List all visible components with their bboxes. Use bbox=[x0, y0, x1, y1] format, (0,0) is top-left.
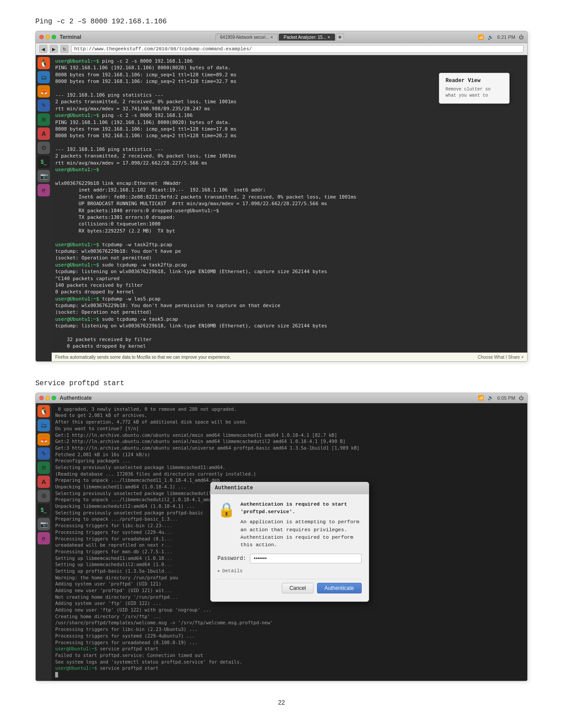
close-dot[interactable] bbox=[39, 35, 44, 39]
ubuntu-desktop-2: 🐧 🗂 🦊 ✎ ⊞ A ⚙ $_ 📷 e 0 upgraded, 3 newly… bbox=[36, 403, 527, 681]
sidebar-terminal-icon[interactable]: $_ bbox=[38, 156, 50, 168]
reader-view-text: Remove clutter so what you want to bbox=[446, 86, 503, 99]
unity-sidebar: 🐧 🗂 🦊 ✎ ⊞ A ⚙ $_ 📷 e bbox=[36, 55, 52, 361]
sidebar-a-icon-2[interactable]: A bbox=[38, 476, 50, 488]
maximize-dot-2[interactable] bbox=[52, 396, 56, 400]
auth-body-text: An application is attempting to perform … bbox=[241, 518, 362, 548]
terminal-label: Terminal bbox=[60, 34, 81, 40]
auth-dialog-text: Authentication is required to start 'pro… bbox=[241, 500, 362, 549]
sidebar-files-icon-2[interactable]: 🗂 bbox=[38, 419, 50, 432]
tab-network[interactable]: 641959-Network securi... × bbox=[215, 34, 278, 41]
time-display-2: 6:05 PM bbox=[497, 395, 515, 401]
volume-icon-2: 🔊 bbox=[487, 395, 494, 401]
minimize-dot[interactable] bbox=[45, 35, 50, 39]
ubuntu-desktop: 🐧 🗂 🦊 ✎ ⊞ A ⚙ $_ 📷 e user@Ubuntu1:~$ pin… bbox=[36, 55, 527, 361]
password-input[interactable] bbox=[250, 554, 362, 563]
sidebar-browser-icon-2[interactable]: 🦊 bbox=[38, 433, 50, 446]
page-number: 22 bbox=[35, 699, 528, 706]
address-bar[interactable]: http://www.thegeekstuff.com/2010/08/tcpd… bbox=[71, 45, 524, 53]
auth-dialog-body: 🔒 Authentication is required to start 'p… bbox=[211, 494, 369, 602]
terminal-window-2: Authenticate 📶 🔊 6:05 PM ⏻ 🐧 🗂 🦊 ✎ ⊞ bbox=[35, 393, 528, 681]
details-label: Details bbox=[222, 568, 242, 574]
sidebar-gear-icon[interactable]: ⚙ bbox=[38, 142, 50, 154]
page-content: Ping –c 2 –S 8000 192.168.1.106 Terminal… bbox=[0, 0, 563, 728]
reload-button[interactable]: ↻ bbox=[60, 45, 68, 53]
notification-text: Firefox automatically sends some data to… bbox=[55, 355, 231, 360]
terminal-content-2: 0 upgraded, 3 newly installed, 0 to remo… bbox=[52, 403, 527, 681]
details-toggle[interactable]: ▸ Details bbox=[218, 568, 362, 574]
lock-icon: 🔒 bbox=[218, 501, 235, 519]
auth-dialog: Authenticate 🔒 Authentication is require… bbox=[210, 482, 369, 602]
sidebar-camera-icon[interactable]: 📷 bbox=[38, 170, 50, 182]
sidebar-spreadsheet-icon[interactable]: ⊞ bbox=[38, 113, 50, 126]
section2: Service proftpd start Authenticate 📶 🔊 6… bbox=[35, 379, 528, 681]
titlebar-left: Terminal bbox=[39, 34, 81, 40]
terminal-titlebar-1: Terminal 641959-Network securi... × Pack… bbox=[36, 31, 527, 43]
tab-packet[interactable]: Packet Analyzer: 15... × bbox=[279, 34, 335, 41]
titlebar-right: 📶 🔊 6:21 PM ⏻ bbox=[478, 34, 524, 40]
browser-toolbar: ◀ ▶ ↻ http://www.thegeekstuff.com/2010/0… bbox=[36, 43, 527, 55]
titlebar-tabs: 641959-Network securi... × Packet Analyz… bbox=[215, 33, 344, 41]
sidebar-spreadsheet-icon-2[interactable]: ⊞ bbox=[38, 462, 50, 474]
sidebar-text-icon[interactable]: ✎ bbox=[38, 99, 50, 112]
terminal-titlebar-2: Authenticate 📶 🔊 6:05 PM ⏻ bbox=[36, 393, 527, 403]
sidebar-app-icon[interactable]: e bbox=[38, 184, 50, 196]
titlebar-dots bbox=[39, 35, 56, 39]
reader-view-box: Reader View Remove clutter so what you w… bbox=[439, 73, 510, 104]
wifi-icon: 📶 bbox=[478, 34, 484, 40]
auth-dialog-overlay: Authenticate 🔒 Authentication is require… bbox=[52, 403, 527, 681]
sidebar-browser-icon[interactable]: 🦊 bbox=[38, 85, 50, 98]
titlebar-right-2: 📶 🔊 6:05 PM ⏻ bbox=[478, 395, 524, 401]
minimize-dot-2[interactable] bbox=[45, 396, 50, 400]
notification-action[interactable]: Choose What I Share × bbox=[478, 355, 524, 360]
close-dot-2[interactable] bbox=[39, 396, 44, 400]
authenticate-window-title: Authenticate bbox=[60, 395, 92, 401]
add-tab-button[interactable]: + bbox=[336, 33, 344, 41]
sidebar-files-icon[interactable]: 🗂 bbox=[38, 71, 50, 83]
sidebar-terminal-icon-2[interactable]: $_ bbox=[38, 504, 50, 516]
section1: Ping –c 2 –S 8000 192.168.1.106 Terminal… bbox=[35, 18, 528, 362]
auth-heading: Authentication is required to start 'pro… bbox=[241, 500, 362, 516]
terminal-content-1: user@Ubuntu1:~$ ping -c 2 -s 8000 192.16… bbox=[52, 55, 527, 353]
sidebar-camera-icon-2[interactable]: 📷 bbox=[38, 518, 50, 530]
auth-password-row: Password: bbox=[218, 554, 362, 563]
sidebar-ubuntu-icon[interactable]: 🐧 bbox=[38, 57, 50, 69]
titlebar-left-2: Authenticate bbox=[39, 395, 92, 401]
details-arrow-icon: ▸ bbox=[218, 568, 221, 574]
back-button[interactable]: ◀ bbox=[39, 45, 47, 53]
time-display: 6:21 PM bbox=[497, 34, 515, 40]
auth-dialog-header: 🔒 Authentication is required to start 'p… bbox=[218, 500, 362, 549]
auth-dialog-title: Authenticate bbox=[215, 485, 253, 491]
wifi-icon-2: 📶 bbox=[478, 395, 484, 401]
cancel-button[interactable]: Cancel bbox=[282, 583, 313, 593]
power-icon: ⏻ bbox=[519, 34, 524, 40]
auth-dialog-buttons: Cancel Authenticate bbox=[218, 579, 362, 595]
authenticate-button[interactable]: Authenticate bbox=[317, 583, 362, 593]
main-area-2: 0 upgraded, 3 newly installed, 0 to remo… bbox=[52, 403, 527, 681]
power-icon-2: ⏻ bbox=[519, 395, 524, 401]
reader-view-title: Reader View bbox=[446, 78, 503, 84]
sidebar-a-icon[interactable]: A bbox=[38, 128, 50, 140]
section2-title: Service proftpd start bbox=[35, 379, 528, 387]
password-label: Password: bbox=[218, 555, 246, 562]
sidebar-app-icon-2[interactable]: e bbox=[38, 532, 50, 544]
volume-icon: 🔊 bbox=[487, 34, 494, 40]
notification-bar: Firefox automatically sends some data to… bbox=[52, 353, 527, 361]
unity-sidebar-2: 🐧 🗂 🦊 ✎ ⊞ A ⚙ $_ 📷 e bbox=[36, 403, 52, 681]
main-area-1: user@Ubuntu1:~$ ping -c 2 -s 8000 192.16… bbox=[52, 55, 527, 361]
terminal-window-1: Terminal 641959-Network securi... × Pack… bbox=[35, 31, 528, 362]
section1-title: Ping –c 2 –S 8000 192.168.1.106 bbox=[35, 18, 528, 26]
titlebar-dots-2 bbox=[39, 396, 56, 400]
forward-button[interactable]: ▶ bbox=[50, 45, 58, 53]
auth-dialog-titlebar: Authenticate bbox=[211, 482, 369, 494]
maximize-dot[interactable] bbox=[52, 35, 56, 39]
sidebar-gear-icon-2[interactable]: ⚙ bbox=[38, 490, 50, 502]
sidebar-text-icon-2[interactable]: ✎ bbox=[38, 447, 50, 460]
sidebar-ubuntu-icon-2[interactable]: 🐧 bbox=[38, 405, 50, 417]
